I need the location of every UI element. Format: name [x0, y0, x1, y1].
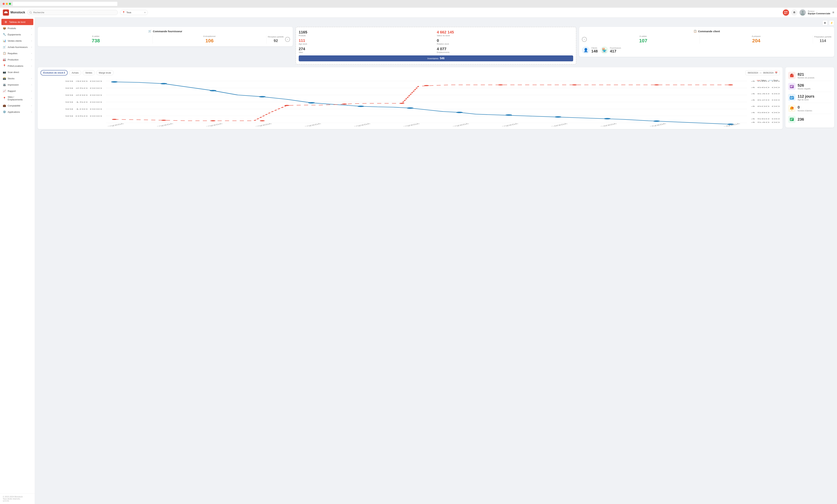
inventaires-label: Inventaires: [427, 57, 439, 60]
sidebar-item-requetes[interactable]: 📋 Requêtes ›: [0, 50, 35, 56]
search-bar[interactable]: [27, 10, 118, 15]
svg-text:24/03/2024: 24/03/2024: [396, 123, 421, 126]
produits-icon: 📦: [3, 27, 6, 30]
sidebar-label-achats-fournisseurs: Achats fournisseurs: [8, 46, 30, 49]
production-arrow-icon: ›: [31, 59, 32, 61]
svg-rect-87: [793, 96, 793, 97]
qr-button[interactable]: [783, 10, 789, 16]
sidebar-item-scan-direct[interactable]: 📷 Scan direct: [0, 69, 35, 75]
topbar: Monstock 📍 Tous ▾: [0, 8, 837, 17]
svg-text:06/03/2024: 06/03/2024: [101, 123, 125, 126]
sidebar-item-applications[interactable]: ⚙️ Applications ›: [0, 109, 35, 115]
impression-icon: 🖨️: [3, 83, 6, 86]
sidebar-item-comptabilite[interactable]: 💼 Comptabilité ›: [0, 102, 35, 109]
tab-ventes[interactable]: Ventes: [83, 70, 95, 75]
sidebar-item-stocks[interactable]: 🗃️ Stocks ›: [0, 75, 35, 81]
sidebar-item-impression[interactable]: 🖨️ Impression ›: [0, 81, 35, 88]
svg-rect-95: [790, 120, 792, 120]
sites-label: Sites: [299, 51, 435, 53]
sidebar-item-production[interactable]: 🏭 Production ›: [0, 56, 35, 63]
sidebar-item-rapport[interactable]: 📈 Rapport ›: [0, 88, 35, 94]
age-stock-metric-num: 112 jours: [798, 94, 832, 99]
client-a-valider-block: A valider 107: [588, 35, 698, 43]
valeur-stock-num: 4 662 145: [437, 30, 573, 35]
sidebar-item-sites-emplacements[interactable]: 📍 Sites / Emplacements ›: [0, 94, 35, 102]
date-range-selector[interactable]: 06/03/2024 — 06/06/2024 📅: [745, 70, 780, 75]
svg-point-81: [793, 74, 794, 75]
client-a-preparer-label: A préparer: [701, 35, 811, 37]
legend-stock-label: Stock: [773, 79, 778, 81]
valeur-line: [114, 85, 730, 121]
avatar-image: [800, 10, 806, 16]
search-input[interactable]: [33, 11, 115, 14]
sidebar-footer: © 2015-2024 Monstock Tous droits réservé…: [0, 493, 35, 504]
sidebar-item-achats-fournisseurs[interactable]: 🛒 Achats fournisseurs ›: [0, 44, 35, 50]
sites-stat: 274 Sites: [299, 47, 435, 53]
sidebar-item-tableau-de-bord[interactable]: ⊞ Tableau de bord: [1, 19, 33, 25]
sidebar-item-equipements[interactable]: 🔧 Équipements ›: [0, 31, 35, 38]
svg-text:18/03/2024: 18/03/2024: [298, 123, 323, 126]
applications-icon: ⚙️: [3, 110, 6, 113]
client-a-preparer-value: 204: [701, 38, 811, 43]
browser-address-bar[interactable]: [13, 2, 117, 6]
svg-point-50: [555, 116, 561, 118]
copyright-text: © 2015-2024 Monstock Tous droits réservé…: [3, 496, 32, 502]
logo: Monstock: [3, 10, 25, 16]
dot-green: [9, 3, 11, 5]
fournisseur-stats-row: A valider 738 A réceptionner 106 Récepti…: [40, 35, 290, 43]
last-metric-info: 236: [798, 117, 832, 122]
produits-metric-num: 821: [798, 72, 832, 77]
commande-client-card: 📋 Commande client ‹ A valider 107 A prép…: [579, 27, 834, 57]
prets-locations-icon: 📍: [3, 64, 6, 68]
client-stats-row: ‹ A valider 107 A préparer 204 Préparat: [582, 35, 832, 43]
location-select[interactable]: 📍 Tous ▾: [120, 10, 148, 15]
age-stock-icon: [789, 95, 794, 100]
svg-rect-10: [787, 12, 787, 12]
alertes-metric-icon: [788, 105, 796, 112]
svg-text:27/03/2024: 27/03/2024: [446, 123, 470, 126]
menu-button[interactable]: ≡: [832, 11, 834, 14]
filter-button[interactable]: ⚡: [829, 20, 834, 25]
sidebar-item-produits[interactable]: 📦 Produits ›: [0, 25, 35, 31]
main-layout: ⊞ Tableau de bord 📦 Produits › 🔧 Équipem…: [0, 17, 837, 504]
client-prev-button[interactable]: ‹: [582, 37, 587, 42]
emplacements-label: Emplacements: [437, 51, 573, 53]
sidebar-label-scan-direct: Scan direct: [8, 71, 32, 74]
svg-point-61: [424, 85, 429, 86]
stats-grid: 1165 Produits 4 662 145 Valeur du stock …: [299, 30, 573, 53]
tab-achats[interactable]: Achats: [69, 70, 81, 75]
svg-point-62: [498, 85, 503, 86]
sidebar-item-prets-locations[interactable]: 📍 Prêts/Locations ›: [0, 63, 35, 69]
svg-point-42: [160, 83, 167, 85]
tab-evolution-stock[interactable]: Évolution de stock ℹ: [40, 70, 68, 75]
client-divider-1: [699, 35, 700, 43]
svg-rect-85: [790, 96, 794, 99]
legend-valeur-label: Valeur: [761, 79, 766, 81]
metric-row-alertes: 0 Nombre d'alertes: [788, 103, 832, 114]
svg-text:99 100 000: 99 100 000: [65, 108, 102, 110]
client-fournisseur-row: 👤 Clients 148 🏪 Fournisseurs 417: [582, 46, 832, 54]
commande-fournisseur-card: 🛒 Commande fournisseur A valider 738 A r…: [38, 27, 293, 46]
svg-text:99 200 000: 99 200 000: [65, 94, 102, 96]
sidebar-item-ventes-clients[interactable]: 📊 Ventes clients ›: [0, 38, 35, 44]
settings-button[interactable]: ⚙: [822, 20, 827, 25]
calendar-icon: 📅: [775, 72, 778, 74]
tab-marge-brute[interactable]: Marge brute: [96, 70, 114, 75]
svg-point-59: [342, 104, 347, 105]
reception-partielle-value: 92: [268, 38, 284, 43]
svg-rect-3: [5, 11, 7, 12]
fournisseur-next-button[interactable]: ›: [285, 37, 290, 42]
reception-partielle-label: Réception partielle: [268, 36, 284, 38]
age-stock-metric-info: 112 jours Âge du stock: [798, 94, 832, 101]
svg-text:12/03/2024: 12/03/2024: [199, 123, 224, 126]
produits-label: Produits: [299, 35, 435, 37]
a-valider-block: A valider 738: [40, 35, 151, 43]
a-valider-label: A valider: [40, 35, 151, 37]
notification-button[interactable]: [791, 10, 797, 16]
user-greeting: Bonjour: [808, 10, 830, 12]
a-receptionner-value: 106: [154, 38, 265, 43]
svg-text:4 540 000: 4 540 000: [751, 122, 780, 123]
sites-num: 274: [299, 47, 435, 51]
stocks-icon: 🗃️: [3, 77, 6, 80]
logo-icon: [3, 10, 9, 16]
